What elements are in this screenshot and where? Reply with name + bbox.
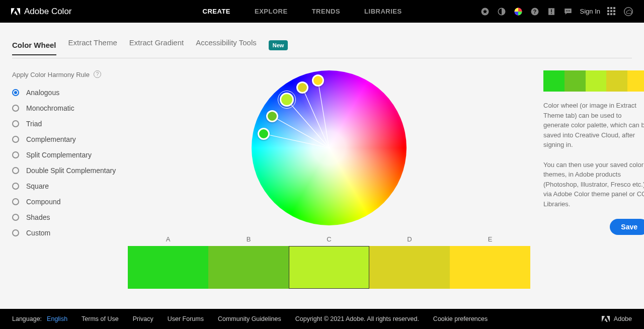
swatch-label: B [208,235,289,243]
top-right: ? Sign In [480,7,633,16]
mini-swatch-cell [586,70,607,92]
radio-icon [12,183,19,190]
mini-swatch [543,70,644,92]
svg-rect-8 [551,13,552,14]
radio-label: Square [26,182,49,190]
radio-icon [12,120,19,127]
radio-label: Custom [26,229,50,237]
cc-icon[interactable] [623,7,633,16]
radio-icon [12,198,19,205]
swatch-labels: ABCDE [128,235,530,243]
wheel-handle[interactable] [266,110,278,122]
adobe-logo-icon [11,7,20,16]
apps-grid-icon[interactable] [607,7,616,16]
chat-icon[interactable] [564,7,573,16]
brand[interactable]: Adobe Color [11,7,72,17]
swatch[interactable] [289,246,369,289]
sub-nav: Color Wheel Extract Theme Extract Gradie… [12,23,632,58]
tab-extract-gradient[interactable]: Extract Gradient [129,38,184,52]
wheel-handle[interactable] [296,81,308,94]
radio-triad[interactable]: Triad [12,120,118,128]
radio-custom[interactable]: Custom [12,229,118,237]
radio-label: Compound [26,198,61,206]
top-nav: CREATE EXPLORE TRENDS LIBRARIES [203,8,402,15]
radio-complementary[interactable]: Complementary [12,135,118,143]
mini-swatch-cell [627,70,644,92]
info-text-1: Color wheel (or image in Extract Theme t… [543,101,644,150]
radio-label: Shades [26,213,50,221]
center-panel: ABCDE [128,70,530,289]
nav-libraries[interactable]: LIBRARIES [364,8,402,15]
radio-double-split-complementary[interactable]: Double Split Complementary [12,167,118,175]
radio-label: Double Split Complementary [26,167,116,175]
mini-swatch-cell [565,70,586,92]
svg-point-9 [566,10,567,11]
tab-accessibility[interactable]: Accessibility Tools [196,38,257,52]
swatch-label: D [369,235,450,243]
swatch[interactable] [450,246,530,289]
wheel-handle[interactable] [258,128,270,140]
alert-icon[interactable] [547,7,556,16]
swatch-row [128,246,530,289]
radio-split-complementary[interactable]: Split Complementary [12,151,118,159]
radio-icon [12,229,19,236]
tab-extract-theme[interactable]: Extract Theme [68,38,117,52]
nav-trends[interactable]: TRENDS [312,8,340,15]
color-wheel-icon[interactable] [514,7,523,16]
radio-label: Split Complementary [26,151,92,159]
save-button[interactable]: Save [610,219,644,235]
radio-icon [12,89,19,96]
star-icon[interactable] [480,7,490,16]
radio-label: Analogous [26,89,59,97]
harmony-label: Apply Color Harmony Rule [12,70,90,79]
brand-label: Adobe Color [24,7,72,17]
swatch[interactable] [369,246,450,289]
svg-text:?: ? [533,8,536,14]
radio-analogous[interactable]: Analogous [12,89,118,97]
svg-point-10 [568,10,569,11]
contrast-icon[interactable] [497,7,507,16]
radio-shades[interactable]: Shades [12,213,118,221]
radio-compound[interactable]: Compound [12,198,118,206]
top-bar: Adobe Color CREATE EXPLORE TRENDS LIBRAR… [0,0,644,23]
help-icon[interactable]: ? [94,70,101,78]
tab-color-wheel[interactable]: Color Wheel [12,41,56,55]
swatch-label: A [128,235,208,243]
wheel-handle[interactable] [312,74,324,87]
nav-create[interactable]: CREATE [203,8,230,15]
signin-link[interactable]: Sign In [580,8,600,15]
new-badge: New [269,40,288,50]
radio-monochromatic[interactable]: Monochromatic [12,104,118,112]
harmony-panel: Apply Color Harmony Rule ? AnalogousMono… [12,70,118,289]
mini-swatch-cell [543,70,565,92]
swatch-label: E [450,235,530,243]
info-text-2: You can then use your saved color themes… [543,160,644,209]
wheel-handle[interactable] [280,93,294,107]
swatch-label: C [289,235,369,243]
swatch[interactable] [128,246,208,289]
mini-swatch-cell [606,70,627,92]
radio-icon [12,136,19,143]
nav-explore[interactable]: EXPLORE [255,8,288,15]
radio-icon [12,151,19,158]
color-wheel[interactable] [252,70,407,225]
radio-icon [12,214,19,221]
radio-icon [12,105,19,112]
radio-label: Monochromatic [26,104,74,112]
svg-rect-7 [551,9,552,12]
radio-icon [12,167,19,174]
radio-label: Complementary [26,135,76,143]
swatch[interactable] [208,246,289,289]
radio-square[interactable]: Square [12,182,118,190]
svg-point-11 [569,10,570,11]
radio-label: Triad [26,120,42,128]
help-icon[interactable]: ? [530,7,540,16]
sidebar: Color wheel (or image in Extract Theme t… [540,70,644,289]
